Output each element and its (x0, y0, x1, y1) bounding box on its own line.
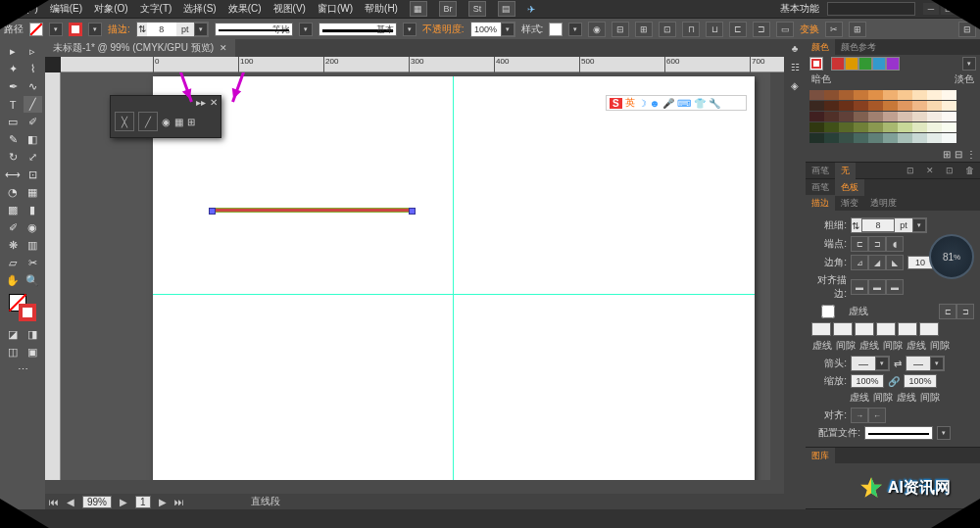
menu-view[interactable]: 视图(V) (273, 2, 306, 16)
magic-wand-tool[interactable]: ✦ (4, 61, 23, 77)
slice-tool[interactable]: ✂ (24, 255, 42, 271)
eyedropper-tool[interactable]: ✐ (4, 219, 23, 236)
harmony-5[interactable] (886, 57, 900, 71)
swatch-cell[interactable] (942, 133, 956, 143)
swatch-cell[interactable] (824, 101, 839, 111)
swatch-cell[interactable] (809, 90, 824, 100)
stroke-weight-panel-field[interactable]: ⇅pt▾ (851, 217, 927, 233)
brush-definition[interactable]: 基本 (318, 23, 397, 36)
arrow-align-buttons[interactable]: →← (851, 408, 886, 423)
hand-tool[interactable]: ✋ (4, 272, 23, 289)
ime-shirt-icon[interactable]: 👕 (694, 98, 706, 109)
swatch-cell[interactable] (912, 90, 927, 100)
align-icon-2[interactable]: ⊞ (635, 22, 653, 37)
mask-icon[interactable]: ⊞ (849, 22, 866, 37)
swatch-cell[interactable] (868, 101, 883, 111)
arrow-scale-1[interactable] (851, 374, 884, 388)
ime-moon-icon[interactable]: ☽ (638, 98, 647, 109)
ime-face-icon[interactable]: ☻ (650, 98, 661, 109)
menu-effect[interactable]: 效果(C) (228, 2, 262, 16)
search-input[interactable] (827, 2, 915, 16)
blend-tool[interactable]: ◉ (24, 219, 42, 236)
swatch-cell[interactable] (898, 112, 912, 121)
swatch-cell[interactable] (927, 112, 942, 121)
menu-rocket-icon[interactable]: ✈ (527, 4, 535, 15)
profile-dropdown[interactable] (864, 426, 933, 440)
close-tab-icon[interactable]: ✕ (220, 43, 227, 53)
swatch-cell[interactable] (839, 90, 854, 100)
status-nav-next2[interactable]: ▶ (159, 497, 167, 507)
status-nav-last[interactable]: ⏭ (174, 497, 184, 507)
curvature-tool[interactable]: ∿ (24, 78, 42, 95)
swatch-cell[interactable] (809, 112, 824, 121)
transform-label[interactable]: 变换 (800, 23, 819, 36)
swatch-cell[interactable] (942, 101, 956, 111)
line-tool[interactable]: ╱ (24, 96, 42, 113)
brush-grid-icon[interactable]: ▦ (174, 117, 183, 127)
shape-icon[interactable]: ▭ (776, 22, 794, 37)
swatch-cell[interactable] (809, 133, 824, 143)
arrow-end[interactable]: —▾ (906, 356, 945, 371)
harmony-dropdown[interactable]: ▾ (962, 57, 976, 71)
swatch-cell[interactable] (927, 133, 942, 143)
swatch-options-icon[interactable]: ⊟ (955, 149, 962, 160)
floating-brush-panel[interactable]: ▸▸✕ ╳ ╱ ◉ ▦ ⊞ (110, 95, 221, 138)
vertical-scrollbar[interactable] (770, 72, 784, 480)
gradient-mode[interactable]: ◨ (24, 326, 42, 343)
active-color-swatch[interactable] (809, 57, 823, 71)
brush-option-2[interactable]: ╱ (138, 112, 158, 131)
swatch-cell[interactable] (898, 122, 912, 132)
gradient-tool[interactable]: ▮ (24, 202, 42, 218)
dock-icon-3[interactable]: ◈ (791, 80, 799, 91)
swatch-cell[interactable] (912, 133, 927, 143)
swatch-cell[interactable] (839, 122, 854, 132)
graph-tool[interactable]: ▥ (24, 237, 42, 254)
swatch-cell[interactable] (824, 112, 839, 121)
isolate-icon[interactable]: ✂ (825, 22, 843, 37)
arrow-scale-2[interactable] (904, 374, 937, 388)
brush-dots-icon[interactable]: ⊞ (187, 117, 195, 127)
align-stroke-buttons[interactable]: ▬▬▬ (851, 279, 904, 295)
ime-toolbar[interactable]: S 英 ☽ ☻ 🎤 ⌨ 👕 🔧 (606, 95, 747, 111)
variable-width-profile[interactable]: 等比 (215, 23, 293, 36)
swatch-cell[interactable] (868, 133, 883, 143)
menu-extra-1[interactable]: ▦ (410, 1, 427, 17)
selected-line-object[interactable] (211, 208, 414, 213)
menu-extra-2[interactable]: Br (439, 1, 457, 17)
artboard-nav[interactable]: 1 (135, 496, 151, 508)
swatch-cell[interactable] (854, 90, 868, 100)
swatch-cell[interactable] (898, 101, 912, 111)
swatch-cell[interactable] (824, 90, 839, 100)
status-nav-prev[interactable]: ◀ (67, 497, 74, 507)
swatch-cell[interactable] (839, 112, 854, 121)
shaper-tool[interactable]: ✎ (4, 131, 23, 148)
swatch-cell[interactable] (927, 122, 942, 132)
swatch-cell[interactable] (912, 122, 927, 132)
swatch-cell[interactable] (809, 122, 824, 132)
fill-dropdown[interactable]: ▾ (49, 23, 63, 36)
perspective-tool[interactable]: ▦ (24, 184, 42, 201)
swatch-cell[interactable] (868, 112, 883, 121)
swatch-cell[interactable] (883, 133, 898, 143)
swatch-cell[interactable] (912, 112, 927, 121)
workspace-switcher[interactable]: 基本功能 (780, 2, 819, 16)
cap-buttons[interactable]: ⊏⊐◖ (851, 236, 904, 252)
gradient-tab[interactable]: 渐变 (835, 195, 864, 212)
stroke-dropdown[interactable]: ▾ (88, 23, 102, 36)
swatch-cell[interactable] (809, 101, 824, 111)
transparency-tab[interactable]: 透明度 (864, 195, 903, 212)
align-icon-7[interactable]: ⊐ (753, 22, 770, 37)
document-tab[interactable]: 未标题-1* @ 99% (CMYK/GPU 预览) ✕ (45, 39, 235, 57)
stroke-tab[interactable]: 描边 (806, 195, 835, 212)
swatch-cell[interactable] (883, 122, 898, 132)
align-icon-3[interactable]: ⊡ (659, 22, 676, 37)
opacity-field[interactable]: ▾ (470, 22, 515, 37)
panel-menu-icon[interactable]: ▸▸ (196, 97, 206, 107)
recolor-icon[interactable]: ◉ (588, 22, 606, 37)
lasso-tool[interactable]: ⌇ (24, 61, 42, 77)
dock-icon-1[interactable]: ♣ (792, 43, 799, 54)
corner-buttons[interactable]: ⊿◢◣ (851, 255, 904, 270)
rotate-tool[interactable]: ↻ (4, 149, 23, 166)
arrow-start[interactable]: —▾ (851, 356, 890, 371)
swatch-cell[interactable] (854, 112, 868, 121)
